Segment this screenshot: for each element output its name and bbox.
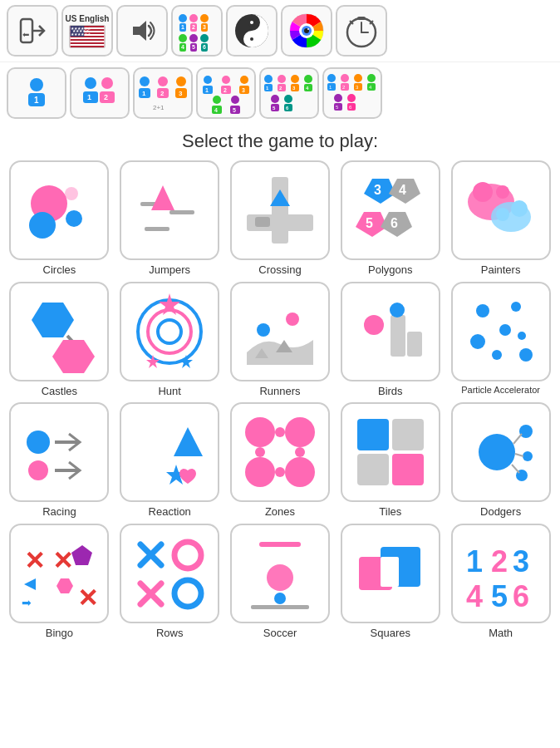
game-runners[interactable]: Runners	[228, 282, 333, 398]
svg-text:2: 2	[192, 24, 195, 30]
dodgers-icon	[451, 402, 551, 502]
svg-point-154	[257, 323, 270, 337]
svg-point-116	[347, 94, 356, 102]
game-rows[interactable]: Rows	[117, 524, 223, 640]
player-5-button[interactable]: 1 2 3 4 5 6	[259, 67, 319, 119]
svg-point-164	[499, 324, 511, 336]
svg-point-171	[28, 460, 48, 480]
polygons-icon: 3 4 5 6	[341, 160, 440, 260]
svg-point-180	[275, 467, 285, 477]
game-tiles[interactable]: Tiles	[337, 402, 443, 519]
svg-point-98	[284, 95, 292, 103]
sound-button[interactable]	[116, 5, 168, 57]
svg-point-160	[364, 315, 384, 335]
players-row: 1 1 2 1 2 3 2+1	[0, 62, 560, 124]
svg-text:2+1: 2+1	[153, 104, 165, 111]
svg-point-15	[179, 14, 187, 22]
svg-point-37	[250, 37, 253, 41]
game-castles[interactable]: Castles	[7, 282, 112, 398]
svg-text:5: 5	[233, 107, 236, 113]
svg-text:3: 3	[242, 87, 245, 93]
svg-point-203	[174, 542, 201, 568]
svg-point-110	[367, 74, 376, 82]
player-2-button[interactable]: 1 2	[70, 67, 130, 119]
runners-label: Runners	[259, 385, 300, 398]
svg-marker-147	[52, 340, 95, 373]
svg-marker-199	[56, 578, 73, 593]
game-circles[interactable]: Circles	[7, 160, 112, 277]
svg-point-74	[240, 76, 248, 84]
svg-point-121	[66, 210, 82, 227]
squares-icon	[341, 524, 440, 623]
bingo-label: Bingo	[46, 627, 73, 640]
svg-rect-46	[357, 17, 366, 20]
svg-point-206	[174, 580, 201, 607]
birds-icon	[341, 282, 440, 381]
svg-point-49	[30, 78, 43, 91]
svg-point-163	[511, 302, 521, 312]
math-label: Math	[489, 627, 513, 640]
circles-icon	[9, 160, 109, 260]
svg-rect-123	[145, 227, 169, 231]
math-icon: 1 2 3 4 5 6	[451, 524, 551, 623]
game-zones[interactable]: Zones	[228, 402, 333, 519]
svg-point-176	[285, 417, 315, 447]
svg-point-71	[222, 76, 230, 84]
game-polygons[interactable]: 3 4 5 6 Polygons	[337, 160, 443, 277]
svg-point-188	[519, 425, 533, 438]
svg-text:1: 1	[87, 93, 91, 101]
player-6-button[interactable]: 1 2 3 4 5 6	[322, 67, 382, 119]
svg-rect-128	[272, 177, 288, 244]
game-bingo[interactable]: ✕ ✕ ➡ ✕ Bingo	[7, 524, 112, 640]
game-birds[interactable]: Birds	[337, 282, 443, 398]
svg-text:5: 5	[192, 44, 195, 50]
svg-point-95	[271, 95, 279, 103]
svg-point-24	[179, 34, 187, 42]
bingo-icon: ✕ ✕ ➡ ✕	[9, 524, 109, 623]
player-1-button[interactable]: 1	[7, 67, 66, 119]
svg-rect-185	[357, 454, 389, 485]
crossing-label: Crossing	[258, 263, 301, 277]
player-4-button[interactable]: 1 2 3 4 5	[196, 67, 256, 119]
game-squares[interactable]: Squares	[337, 524, 443, 640]
game-dodgers[interactable]: Dodgers	[448, 402, 553, 519]
svg-text:4: 4	[399, 183, 406, 197]
exit-button[interactable]: ⬅	[7, 5, 58, 57]
svg-point-104	[341, 74, 349, 82]
svg-text:2: 2	[491, 544, 508, 578]
svg-rect-9	[71, 43, 105, 45]
game-reaction[interactable]: Reaction	[117, 402, 223, 519]
game-crossing[interactable]: Crossing	[228, 160, 333, 277]
game-racing[interactable]: Racing	[7, 402, 112, 519]
svg-rect-7	[71, 37, 105, 39]
svg-text:6: 6	[513, 579, 529, 613]
svg-point-149	[148, 310, 191, 353]
svg-point-175	[245, 417, 275, 447]
svg-text:5: 5	[366, 216, 373, 230]
svg-text:3: 3	[179, 90, 183, 97]
svg-point-122	[65, 187, 78, 200]
teams-button[interactable]: 1 2 3 4 5 6	[171, 5, 223, 57]
svg-point-86	[278, 75, 286, 83]
svg-point-61	[158, 76, 168, 86]
game-hunt[interactable]: Hunt	[117, 282, 223, 398]
game-soccer[interactable]: Soccer	[228, 524, 333, 640]
game-jumpers[interactable]: Jumpers	[117, 160, 223, 277]
player-3-button[interactable]: 1 2 3 2+1	[133, 67, 193, 119]
svg-point-107	[354, 74, 362, 82]
game-particle-accelerator[interactable]: Particle Accelerator	[448, 282, 553, 398]
svg-marker-14	[133, 21, 146, 41]
timer-button[interactable]	[336, 5, 387, 57]
game-math[interactable]: 1 2 3 4 5 6 Math	[448, 524, 553, 640]
language-button[interactable]: US English ★★★★★★ ★★★★★ ★★★★★★	[61, 5, 113, 57]
svg-rect-213	[381, 557, 399, 587]
svg-rect-124	[169, 210, 194, 214]
svg-point-18	[189, 14, 198, 22]
color-button[interactable]	[281, 5, 332, 57]
svg-point-179	[275, 427, 285, 437]
select-game-label: Select the game to play:	[0, 130, 560, 152]
theme-button[interactable]	[226, 5, 278, 57]
svg-text:4: 4	[214, 107, 218, 113]
zones-label: Zones	[265, 505, 295, 519]
game-painters[interactable]: Painters	[448, 160, 553, 277]
